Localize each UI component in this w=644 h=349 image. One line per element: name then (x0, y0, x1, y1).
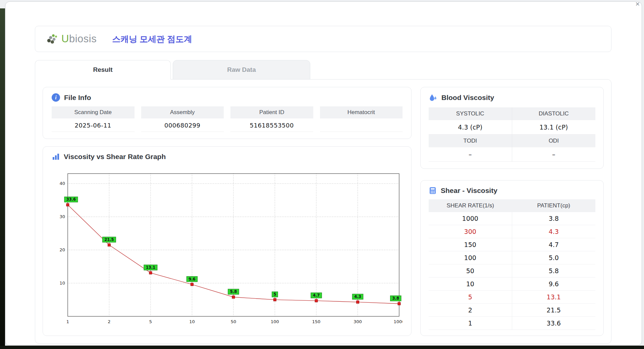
patient-viscosity-cell: 33.6 (512, 317, 596, 330)
blood-viscosity-title-row: Blood Viscosity (429, 93, 595, 102)
desktop-background-left (0, 8, 5, 346)
shear-table-row: 505.8 (429, 264, 595, 278)
field-value: 51618553500 (230, 118, 313, 132)
field-scanning-date: Scanning Date 2025-06-11 (52, 106, 135, 132)
patient-viscosity-cell: 21.5 (512, 304, 596, 317)
svg-text:4.3: 4.3 (354, 294, 361, 299)
ubiosis-logo: Ubiosis (45, 32, 97, 46)
field-label: Assembly (141, 106, 224, 118)
todi-value: – (429, 147, 512, 162)
field-patient-id: Patient ID 51618553500 (230, 106, 313, 132)
shear-table-row: 1504.7 (429, 238, 595, 251)
field-label: Patient ID (230, 106, 313, 118)
shear-table-row: 513.1 (429, 291, 595, 304)
svg-text:100: 100 (271, 319, 279, 324)
content-panel: i File Info Scanning Date 2025-06-11 Ass… (35, 79, 611, 344)
shear-rate-cell: 5 (429, 291, 512, 304)
logo-text: Ubiosis (61, 33, 97, 45)
field-value: 2025-06-11 (52, 118, 135, 132)
viscosity-chart: 102030401251050100150300100033.621.513.1… (52, 165, 402, 329)
shear-table-header: SHEAR RATE(1/s) PATIENT(cp) (429, 199, 595, 212)
svg-text:1000: 1000 (394, 319, 402, 324)
svg-text:5: 5 (149, 319, 152, 324)
bar-chart-icon (52, 153, 60, 161)
systolic-value: 4.3 (cP) (429, 120, 512, 135)
shear-table-row: 109.6 (429, 278, 595, 291)
shear-rate-cell: 10 (429, 278, 512, 291)
droplet-icon (429, 93, 437, 102)
shear-viscosity-title-row: Shear - Viscosity (429, 187, 595, 195)
shear-rate-cell: 2 (429, 304, 512, 317)
svg-text:4.7: 4.7 (313, 293, 320, 298)
svg-text:20: 20 (59, 247, 65, 252)
graph-title: Viscosity vs Shear Rate Graph (64, 153, 166, 161)
diastolic-label: DIASTOLIC (512, 107, 596, 120)
patient-viscosity-cell: 13.1 (512, 291, 596, 304)
systolic-label: SYSTOLIC (429, 107, 512, 120)
patient-header: PATIENT(cp) (512, 199, 596, 212)
svg-text:40: 40 (59, 181, 65, 186)
patient-viscosity-cell: 4.7 (512, 238, 596, 251)
bv-value-row: 4.3 (cP) 13.1 (cP) (429, 120, 595, 135)
svg-text:50: 50 (231, 319, 236, 324)
shear-table-row: 221.5 (429, 304, 595, 317)
app-window: Ubiosis 스캐닝 모세관 점도계 Result Raw Data i Fi… (5, 1, 642, 346)
field-assembly: Assembly 000680299 (141, 106, 224, 132)
shear-rate-cell: 50 (429, 264, 512, 278)
svg-text:300: 300 (354, 319, 362, 324)
patient-viscosity-cell: 9.6 (512, 278, 596, 291)
shear-rate-cell: 1000 (429, 212, 512, 225)
svg-text:33.6: 33.6 (66, 197, 76, 202)
svg-text:150: 150 (312, 319, 321, 324)
ubiosis-logo-icon (45, 32, 59, 46)
svg-text:13.1: 13.1 (146, 265, 155, 270)
file-info-title: File Info (64, 94, 91, 102)
left-column: i File Info Scanning Date 2025-06-11 Ass… (43, 87, 412, 336)
shear-rate-header: SHEAR RATE(1/s) (429, 199, 512, 212)
diastolic-value: 13.1 (cP) (512, 120, 596, 135)
svg-text:1: 1 (66, 319, 69, 324)
bv-value-row: – – (429, 147, 595, 162)
tab-raw-data[interactable]: Raw Data (173, 60, 310, 80)
shear-rate-cell: 300 (429, 225, 512, 238)
shear-rate-cell: 100 (429, 251, 512, 264)
odi-value: – (512, 147, 596, 162)
svg-text:10: 10 (189, 319, 195, 324)
patient-viscosity-cell: 5.8 (512, 264, 596, 278)
field-value: 000680299 (141, 118, 224, 132)
odi-label: ODI (512, 135, 596, 147)
svg-text:5.8: 5.8 (230, 289, 237, 294)
patient-viscosity-cell: 5.0 (512, 251, 596, 264)
field-value (320, 118, 403, 132)
shear-rate-cell: 1 (429, 317, 512, 330)
logo-text-rest: biosis (69, 33, 97, 45)
tab-result[interactable]: Result (35, 60, 171, 80)
patient-viscosity-cell: 4.3 (512, 225, 596, 238)
shear-table-row: 1005.0 (429, 251, 595, 264)
shear-viscosity-table: SHEAR RATE(1/s) PATIENT(cp) 10003.83004.… (429, 199, 595, 330)
svg-text:10: 10 (59, 281, 65, 286)
logo-text-u: U (61, 33, 69, 45)
app-title: 스캐닝 모세관 점도계 (112, 34, 192, 45)
shear-rate-cell: 150 (429, 238, 512, 251)
close-icon[interactable]: ✕ (635, 1, 640, 7)
right-column: Blood Viscosity SYSTOLIC DIASTOLIC 4.3 (… (420, 87, 604, 336)
tab-bar: Result Raw Data (35, 60, 611, 80)
shear-table-row: 3004.3 (429, 225, 595, 238)
patient-viscosity-cell: 3.8 (512, 212, 596, 225)
svg-text:5: 5 (273, 292, 276, 297)
field-label: Scanning Date (52, 106, 135, 118)
blood-viscosity-card: Blood Viscosity SYSTOLIC DIASTOLIC 4.3 (… (420, 87, 604, 169)
graph-card: Viscosity vs Shear Rate Graph 1020304012… (43, 146, 412, 336)
field-hematocrit: Hematocrit (320, 106, 403, 132)
bv-header-row: SYSTOLIC DIASTOLIC (429, 107, 595, 120)
blood-viscosity-title: Blood Viscosity (441, 94, 494, 102)
todi-label: TODI (429, 135, 512, 147)
desktop-background-bottom (0, 346, 644, 349)
blood-viscosity-grid: SYSTOLIC DIASTOLIC 4.3 (cP) 13.1 (cP) TO… (429, 107, 595, 162)
file-info-fields: Scanning Date 2025-06-11 Assembly 000680… (52, 106, 402, 132)
svg-text:30: 30 (59, 214, 65, 219)
svg-text:21.5: 21.5 (104, 237, 114, 242)
shear-table-row: 133.6 (429, 317, 595, 330)
info-icon: i (52, 93, 60, 102)
